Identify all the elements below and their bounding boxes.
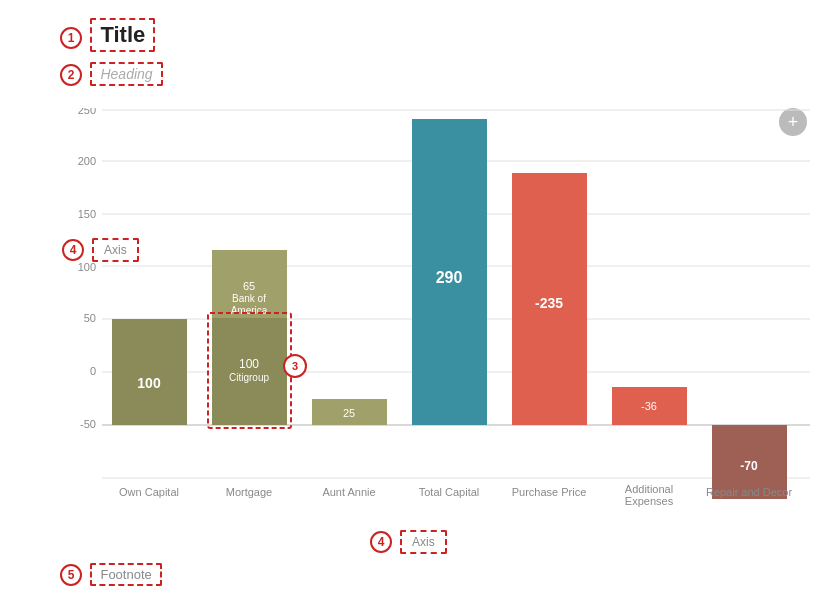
svg-text:50: 50 — [84, 312, 96, 324]
svg-text:100: 100 — [78, 261, 96, 273]
y-axis-annotation: 4 Axis — [62, 238, 139, 262]
chart-heading: Heading — [90, 62, 162, 86]
svg-text:Aunt Annie: Aunt Annie — [322, 486, 375, 498]
svg-text:-70: -70 — [740, 459, 758, 473]
heading-section: 2 Heading — [60, 62, 163, 86]
annotation-circle-4-left: 4 — [62, 239, 84, 261]
svg-text:3: 3 — [292, 360, 298, 372]
svg-text:Bank of: Bank of — [232, 293, 266, 304]
svg-text:Total Capital: Total Capital — [419, 486, 480, 498]
svg-text:America: America — [231, 305, 268, 316]
annotation-circle-5: 5 — [60, 564, 82, 586]
svg-text:Expenses: Expenses — [625, 495, 674, 507]
svg-text:200: 200 — [78, 155, 96, 167]
svg-text:Mortgage: Mortgage — [226, 486, 272, 498]
x-axis-label-box: Axis — [400, 530, 447, 554]
svg-text:150: 150 — [78, 208, 96, 220]
svg-text:290: 290 — [436, 269, 463, 286]
chart-svg: 250 200 150 100 50 0 -50 100 Own Capital… — [60, 108, 810, 518]
svg-text:65: 65 — [243, 280, 255, 292]
svg-text:25: 25 — [343, 407, 355, 419]
svg-text:250: 250 — [78, 108, 96, 116]
svg-text:Additional: Additional — [625, 483, 673, 495]
svg-text:Repair and Decor: Repair and Decor — [706, 486, 793, 498]
x-axis-annotation: 4 Axis — [370, 530, 447, 554]
chart-title: Title — [90, 18, 155, 52]
title-section: 1 Title — [60, 18, 155, 52]
svg-text:100: 100 — [137, 375, 161, 391]
footnote-section: 5 Footnote — [60, 563, 162, 586]
svg-text:Purchase Price: Purchase Price — [512, 486, 587, 498]
bar-own-capital — [112, 319, 187, 425]
annotation-circle-1: 1 — [60, 27, 82, 49]
svg-text:100: 100 — [239, 357, 259, 371]
page-container: 1 Title 2 Heading + 250 200 150 100 — [0, 0, 837, 604]
annotation-circle-4-bottom: 4 — [370, 531, 392, 553]
svg-text:-36: -36 — [641, 400, 657, 412]
svg-text:Own Capital: Own Capital — [119, 486, 179, 498]
svg-text:-50: -50 — [80, 418, 96, 430]
footnote-label: Footnote — [90, 563, 161, 586]
svg-text:0: 0 — [90, 365, 96, 377]
y-axis-label-box: Axis — [92, 238, 139, 262]
svg-text:-235: -235 — [535, 295, 563, 311]
annotation-circle-2: 2 — [60, 64, 82, 86]
svg-text:Citigroup: Citigroup — [229, 372, 269, 383]
